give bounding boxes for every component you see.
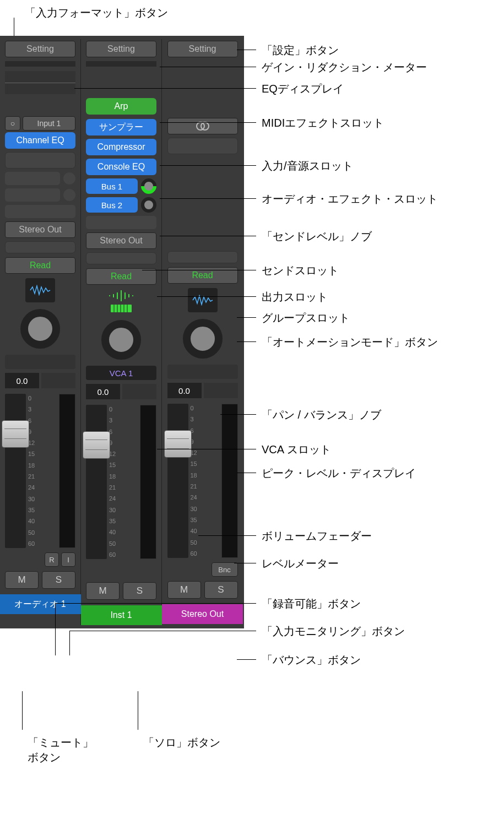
callout-input-format: 「入力フォーマット」ボタン [25,6,168,20]
group-slot[interactable] [86,252,156,264]
callout-peak-level: ピーク・レベル・ディスプレイ [262,466,416,481]
gain-reduction-meter [5,61,75,67]
eq-display-empty[interactable] [86,71,156,94]
mute-button[interactable]: M [5,571,39,589]
track-type-icon [25,276,55,305]
peak-display-off [41,373,75,388]
send-level-knob[interactable] [141,197,156,213]
callout-send-slot: センドスロット [262,263,339,278]
callout-audio-fx: オーディオ・エフェクト・スロット [262,192,438,207]
callout-level-meter: レベルメーター [262,556,339,571]
gain-reduction-meter [86,61,156,67]
channel-name[interactable]: オーディオ 1 [0,594,81,614]
peak-level-display[interactable]: 0.0 [5,373,39,388]
mixer-panel: Setting ○ Input 1 Channel EQ Stereo Out … [0,36,244,628]
send-slot-empty[interactable] [86,216,156,229]
group-slot[interactable] [5,241,75,253]
vca-slot-empty[interactable] [167,365,238,379]
instrument-slot[interactable]: サンプラー [86,119,156,135]
callout-group-slot: グループスロット [262,311,350,326]
channel-strip-instrument: Setting Arp サンプラー Compressor Console EQ … [81,39,162,625]
peak-level-display[interactable]: 0.0 [86,384,120,399]
callout-output-slot: 出力スロット [262,290,328,305]
bounce-button[interactable]: Bnc [212,562,238,577]
volume-fader[interactable] [86,405,107,559]
send-slot-empty[interactable] [5,205,75,218]
automation-mode-button[interactable]: Read [5,257,75,274]
send-slot[interactable]: Bus 2 [86,197,138,213]
level-meter [140,405,156,559]
setting-button[interactable]: Setting [5,41,75,57]
eq-display[interactable] [5,71,75,94]
fader-scale: 036912151821243035405060 [109,405,138,559]
callout-solo: 「ソロ」ボタン [143,735,220,750]
stereo-icon-slot[interactable] [167,118,238,134]
audio-fx-slot[interactable]: Compressor [86,139,156,155]
level-meter [221,404,238,558]
callout-gain-reduction: ゲイン・リダクション・メーター [262,60,427,75]
output-slot[interactable]: Stereo Out [5,221,75,238]
record-enable-button[interactable]: R [45,552,59,567]
channel-strip-audio: Setting ○ Input 1 Channel EQ Stereo Out … [0,39,81,625]
fader-scale: 036912151821243035405060 [191,404,219,558]
gain-reduction-empty [167,61,238,67]
send-level-knob[interactable] [138,175,160,197]
group-slot[interactable] [167,251,238,263]
callout-bounce: 「バウンス」ボタン [262,653,361,668]
solo-button[interactable]: S [204,581,238,599]
audio-fx-slot-empty[interactable] [167,138,238,154]
pan-knob[interactable] [101,320,141,360]
channel-name[interactable]: Stereo Out [162,604,243,624]
send-knob-empty [63,172,75,185]
input-format-button[interactable]: ○ [5,116,20,131]
solo-button[interactable]: S [123,582,156,600]
pan-knob[interactable] [183,319,223,359]
callout-setting: 「設定」ボタン [262,43,339,58]
audio-fx-slot[interactable]: Channel EQ [5,132,75,149]
send-slot-empty[interactable] [5,188,60,202]
callout-input-instrument: 入力/音源スロット [262,159,353,173]
audio-fx-slot-empty[interactable] [5,152,75,169]
instrument-icon [107,289,135,313]
audio-fx-slot[interactable]: Console EQ [86,159,156,175]
callout-pan: 「パン / バランス」ノブ [262,408,381,422]
callout-eq-display: EQディスプレイ [262,82,344,96]
vca-slot-empty[interactable] [5,355,75,369]
pan-knob[interactable] [20,309,60,349]
send-knob-empty [63,189,75,201]
send-slot-empty[interactable] [5,172,60,185]
solo-button[interactable]: S [42,571,75,589]
mute-button[interactable]: M [167,581,201,599]
volume-fader[interactable] [5,394,26,548]
fader-scale: 036912151821243035405060 [28,394,57,548]
automation-mode-button[interactable]: Read [86,268,156,285]
callout-automation-mode: 「オートメーションモード」ボタン [262,335,438,350]
volume-fader[interactable] [167,404,188,558]
peak-level-display[interactable]: 0.0 [167,383,202,398]
callout-record-enable: 「録音可能」ボタン [262,596,361,611]
track-type-icon [107,287,135,316]
vca-slot[interactable]: VCA 1 [86,366,156,380]
callout-input-monitor: 「入力モニタリング」ボタン [262,624,405,639]
send-slot[interactable]: Bus 1 [86,178,138,194]
eq-display-empty[interactable] [167,71,238,94]
peak-display-off [122,384,156,399]
mute-button[interactable]: M [86,582,120,600]
callout-mute: 「ミュート」 ボタン [28,735,94,765]
waveform-icon [29,285,51,296]
level-meter [59,394,75,548]
channel-strip-output: Setting Read 0.0 036912 [162,39,243,625]
setting-button[interactable]: Setting [86,41,156,57]
input-slot[interactable]: Input 1 [23,116,75,131]
track-type-icon [188,286,218,314]
callout-midi-fx: MIDIエフェクトスロット [262,116,384,131]
output-slot[interactable]: Stereo Out [86,232,156,249]
callout-send-level: 「センドレベル」ノブ [262,229,372,244]
callout-vca: VCA スロット [262,442,331,457]
callout-volume-fader: ボリュームフェーダー [262,529,372,544]
input-monitor-button[interactable]: I [61,552,75,567]
setting-button[interactable]: Setting [167,41,238,57]
peak-display-off [204,383,238,398]
channel-name[interactable]: Inst 1 [81,605,162,625]
midi-fx-slot[interactable]: Arp [86,98,156,115]
